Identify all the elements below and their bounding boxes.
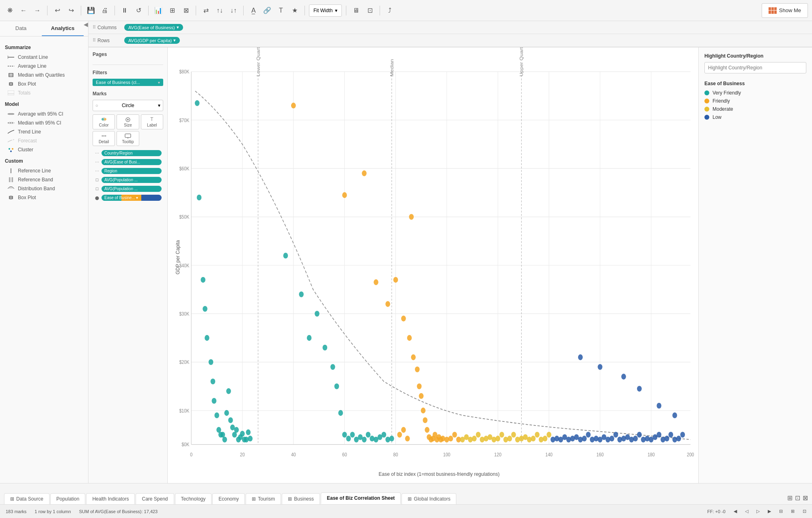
svg-point-28	[104, 118, 106, 120]
cluster-item[interactable]: Cluster	[5, 145, 83, 154]
columns-pill[interactable]: AVG(Ease of Business) ▾	[124, 24, 183, 31]
svg-text:$60K: $60K	[179, 166, 189, 172]
marks-tooltip-button[interactable]: Tooltip	[117, 131, 139, 146]
marks-field-pill-pop1[interactable]: AVG(Population ...	[102, 177, 162, 183]
clear-sheet-icon[interactable]: ⊠	[803, 494, 808, 502]
refresh-icon[interactable]: ↺	[133, 5, 144, 16]
star-icon[interactable]: ★	[289, 5, 300, 16]
marks-size-button[interactable]: Size	[117, 114, 139, 129]
filter-remove-icon[interactable]: ▾	[158, 80, 160, 85]
sort-asc-icon[interactable]: ↑↓	[214, 5, 225, 16]
svg-point-33	[103, 135, 104, 137]
nav-next-icon[interactable]: ▶	[768, 509, 771, 514]
legend-panel: Highlight Country/Region Ease of Busines…	[698, 47, 812, 483]
rows-pill[interactable]: AVG(GDP per Capita) ▾	[124, 37, 180, 44]
reference-band-item[interactable]: Reference Band	[5, 175, 83, 184]
nav-prev-step-icon[interactable]: ◁	[745, 509, 748, 514]
nav-prev-icon[interactable]: ◀	[734, 509, 737, 514]
sort-desc-icon[interactable]: ↓↑	[228, 5, 239, 16]
duplicate-sheet-icon[interactable]: ⊡	[795, 494, 800, 502]
forward-icon[interactable]: →	[32, 5, 43, 16]
tab-technology[interactable]: Technology	[175, 493, 212, 504]
marks-color-button[interactable]: Color	[93, 114, 115, 129]
marks-field-pill-ease[interactable]: AVG(Ease of Busi...	[102, 159, 162, 165]
highlight-icon[interactable]: A̲	[248, 5, 259, 16]
marks-detail-button[interactable]: Detail	[93, 131, 115, 146]
distribution-band-item[interactable]: Distribution Band	[5, 184, 83, 193]
text-icon[interactable]: T	[275, 5, 287, 16]
marks-title: Marks	[93, 91, 163, 97]
tab-analytics[interactable]: Analytics	[42, 21, 84, 36]
collapse-panel-icon[interactable]: ◀	[84, 21, 88, 36]
link-icon[interactable]: 🔗	[261, 5, 273, 16]
svg-point-152	[448, 436, 453, 441]
new-sheet-icon[interactable]: ⊞	[787, 494, 793, 502]
save-icon[interactable]: 💾	[85, 5, 97, 16]
box-plot-2-item[interactable]: Box Plot	[5, 193, 83, 202]
marks-field-pill-ease-color[interactable]: Ease of Busine... ▾	[102, 195, 162, 201]
marks-field-ease-color: ⬤ Ease of Busine... ▾	[93, 194, 163, 202]
marks-type-dropdown[interactable]: ○ Circle ▾	[93, 100, 163, 111]
svg-point-180	[543, 436, 548, 441]
print-icon[interactable]: 🖨	[99, 5, 110, 16]
constant-line-item[interactable]: Constant Line	[5, 53, 83, 62]
fit-width-dropdown[interactable]: Fit Width ▾	[309, 4, 342, 17]
tab-ease-of-biz[interactable]: Ease of Biz Correlation Sheet	[321, 492, 401, 504]
scatter-plot-svg: Lower Quartile Median Upper Quartile $80…	[168, 47, 698, 483]
table-icon[interactable]: ⊞	[166, 5, 178, 16]
filter-ease-of-business[interactable]: Ease of Business (cl... ▾	[93, 79, 163, 86]
share-icon[interactable]: ⤴	[384, 5, 395, 16]
tab-health-indicators[interactable]: Health Indicators	[86, 493, 135, 504]
chart-canvas: GDP per Capita Ease of biz index (1=most…	[168, 47, 698, 483]
home-icon[interactable]: ❋	[4, 5, 15, 16]
trend-line-item[interactable]: Trend Line	[5, 127, 83, 136]
highlight-search-input[interactable]	[704, 62, 806, 73]
reference-band-label: Reference Band	[18, 177, 53, 183]
median-quartiles-item[interactable]: Median with Quartiles	[5, 71, 83, 80]
undo-icon[interactable]: ↩	[52, 5, 63, 16]
redo-icon[interactable]: ↪	[65, 5, 77, 16]
average-line-item[interactable]: Average Line	[5, 62, 83, 71]
svg-point-203	[633, 436, 638, 441]
view-film-icon[interactable]: ⊡	[803, 509, 806, 514]
median-95ci-item[interactable]: Median with 95% CI	[5, 118, 83, 127]
back-icon[interactable]: ←	[18, 5, 29, 16]
bar-chart-icon[interactable]: 📊	[153, 5, 164, 16]
preview-icon[interactable]: ⊡	[364, 5, 376, 16]
show-me-button[interactable]: Show Me	[762, 3, 808, 18]
marks-field-avg-pop-2: ☐ AVG(Population ...	[93, 185, 163, 193]
tab-global-indicators[interactable]: ⊞ Global Indicators	[402, 493, 456, 504]
map-icon[interactable]: ⊠	[180, 5, 192, 16]
tab-tourism[interactable]: ⊞ Tourism	[246, 493, 281, 504]
pause-icon[interactable]: ⏸	[119, 5, 130, 16]
tab-data-source[interactable]: ⊞ Data Source	[4, 493, 50, 504]
left-tabs: Data Analytics ◀	[0, 21, 88, 37]
tab-data[interactable]: Data	[0, 21, 42, 36]
nav-next-step-icon[interactable]: ▷	[756, 509, 760, 514]
marks-field-pill-region[interactable]: Region	[102, 168, 162, 174]
tab-business[interactable]: ⊞ Business	[282, 493, 320, 504]
separator-2	[81, 6, 81, 15]
marks-label-button[interactable]: T Label	[141, 114, 163, 129]
middle-panel: Pages Filters Ease of Business (cl... ▾ …	[89, 47, 168, 483]
svg-point-132	[385, 301, 390, 307]
reference-line-item[interactable]: Reference Line	[5, 166, 83, 175]
swap-icon[interactable]: ⇄	[200, 5, 212, 16]
marks-field-pill-pop2[interactable]: AVG(Population ...	[102, 186, 162, 192]
svg-point-177	[531, 436, 536, 441]
global-indicators-table-icon: ⊞	[408, 496, 412, 502]
marks-detail-icon-3: ⋯	[94, 168, 100, 174]
svg-point-218	[621, 374, 626, 379]
svg-point-84	[203, 306, 207, 312]
view-grid-icon[interactable]: ⊞	[791, 509, 795, 514]
analytics-panel-content: Summarize Constant Line Average Line Med…	[0, 37, 88, 483]
box-plot-1-item[interactable]: Box Plot	[5, 80, 83, 88]
avg-95ci-item[interactable]: Average with 95% CI	[5, 110, 83, 118]
tab-economy[interactable]: Economy	[212, 493, 245, 504]
device-icon[interactable]: 🖥	[350, 5, 362, 16]
view-single-icon[interactable]: ⊟	[779, 509, 783, 514]
marks-field-pill-country[interactable]: Country/Region	[102, 150, 162, 156]
svg-point-198	[613, 432, 618, 438]
tab-care-spend[interactable]: Care Spend	[136, 493, 174, 504]
tab-population[interactable]: Population	[50, 493, 86, 504]
